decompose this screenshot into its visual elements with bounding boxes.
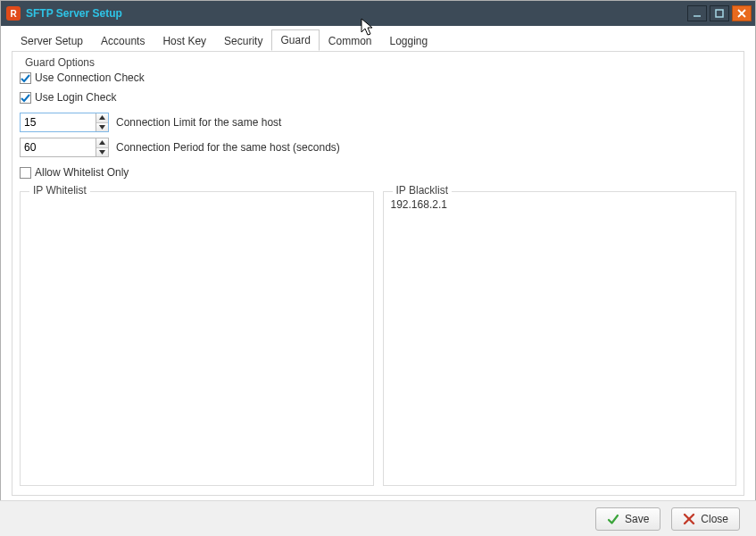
guard-options-legend: Guard Options [21, 56, 98, 69]
allow-whitelist-only-checkbox[interactable] [20, 167, 31, 179]
app-icon-letter: R [10, 9, 16, 19]
ip-whitelist-legend: IP Whitelist [29, 184, 90, 197]
use-connection-check-label[interactable]: Use Connection Check [35, 71, 145, 84]
tab-accounts[interactable]: Accounts [92, 30, 154, 51]
window-close-button[interactable] [732, 5, 752, 21]
allow-whitelist-only-label[interactable]: Allow Whitelist Only [35, 166, 129, 179]
dialog-footer: Save Close [0, 500, 756, 536]
connection-period-input[interactable] [21, 138, 96, 156]
connection-limit-up[interactable] [96, 113, 108, 123]
maximize-button[interactable] [710, 5, 729, 21]
tab-content-guard: Guard Options Use Connection Check Use L… [12, 51, 744, 496]
close-button-label: Close [701, 513, 728, 525]
use-login-check-label[interactable]: Use Login Check [35, 91, 116, 104]
svg-marker-7 [99, 150, 105, 155]
tab-logging[interactable]: Logging [381, 30, 437, 51]
svg-marker-5 [99, 125, 105, 130]
svg-rect-1 [716, 10, 723, 17]
connection-period-label: Connection Period for the same host (sec… [116, 141, 340, 154]
ip-blacklist-listbox[interactable]: 192.168.2.1 [389, 197, 731, 480]
ip-blacklist-group: IP Blacklist 192.168.2.1 [383, 191, 737, 486]
title-bar: R SFTP Server Setup [1, 1, 755, 26]
connection-period-spinner[interactable] [20, 138, 109, 157]
close-button[interactable]: Close [671, 507, 740, 531]
tab-security[interactable]: Security [215, 30, 271, 51]
ip-whitelist-group: IP Whitelist [20, 191, 374, 486]
check-icon [607, 513, 619, 525]
ip-blacklist-legend: IP Blacklist [393, 184, 452, 197]
connection-limit-label: Connection Limit for the same host [116, 116, 281, 129]
minimize-button[interactable] [687, 5, 707, 21]
app-icon: R [6, 6, 21, 21]
svg-marker-4 [99, 115, 105, 120]
guard-options-group: Guard Options Use Connection Check Use L… [20, 68, 736, 486]
save-button[interactable]: Save [595, 507, 660, 531]
window-title: SFTP Server Setup [26, 7, 122, 20]
connection-limit-input[interactable] [21, 113, 96, 131]
save-button-label: Save [625, 513, 649, 525]
tab-common[interactable]: Common [320, 30, 381, 51]
use-connection-check-checkbox[interactable] [20, 72, 31, 84]
tab-strip: Server Setup Accounts Host Key Security … [1, 29, 755, 51]
use-login-check-checkbox[interactable] [20, 92, 31, 104]
connection-limit-down[interactable] [96, 123, 108, 132]
close-icon [683, 513, 695, 525]
ip-whitelist-listbox[interactable] [26, 197, 368, 480]
tab-host-key[interactable]: Host Key [154, 30, 215, 51]
connection-period-up[interactable] [96, 138, 108, 148]
blacklist-item[interactable]: 192.168.2.1 [389, 197, 731, 212]
connection-limit-spinner[interactable] [20, 113, 109, 132]
tab-server-setup[interactable]: Server Setup [12, 30, 92, 51]
svg-marker-6 [99, 140, 105, 145]
tab-guard[interactable]: Guard [271, 29, 319, 51]
connection-period-down[interactable] [96, 148, 108, 157]
